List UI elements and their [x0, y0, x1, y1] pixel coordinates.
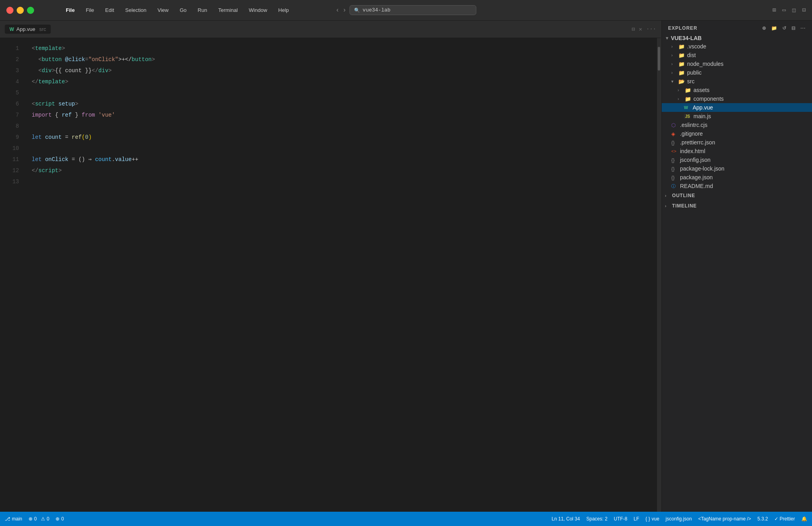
scrollbar[interactable]: [657, 38, 661, 512]
tree-item-index-html[interactable]: <> index.html: [662, 147, 812, 155]
main-layout: W App.vue src ⊟ ✕ ··· 1 2 3 4 5 6 7 8 9: [0, 21, 812, 512]
split-editor-icon[interactable]: ⊟: [632, 26, 635, 33]
editor-tab-app-vue[interactable]: W App.vue src: [5, 25, 51, 34]
status-spaces[interactable]: Spaces: 2: [586, 516, 607, 522]
tree-item-node-modules[interactable]: › 📁 node_modules: [662, 60, 812, 68]
outline-chevron-icon: ›: [665, 193, 671, 198]
tree-item-public[interactable]: › 📁 public: [662, 68, 812, 77]
tree-item-components[interactable]: › 📁 components: [662, 94, 812, 103]
minimize-button[interactable]: [17, 7, 24, 14]
more-actions-icon[interactable]: ···: [646, 26, 656, 33]
timeline-chevron-icon: ›: [665, 203, 671, 208]
status-schema[interactable]: jsconfig.json: [666, 516, 692, 522]
menu-run[interactable]: Run: [198, 7, 207, 13]
outline-section-header[interactable]: › OUTLINE: [662, 190, 812, 201]
broadcast-icon: ⊕: [56, 516, 59, 522]
folder-icon: 📁: [685, 87, 691, 93]
version-label: 5.3.2: [757, 516, 768, 522]
status-language[interactable]: { } vue: [645, 516, 659, 522]
tree-root[interactable]: ▼ VUE34-LAB: [662, 34, 812, 42]
menu-go[interactable]: Go: [180, 7, 186, 13]
status-eol[interactable]: LF: [634, 516, 639, 522]
menu-view[interactable]: View: [157, 7, 169, 13]
collapse-icon[interactable]: ⊟: [791, 25, 796, 31]
titlebar: File File Edit Selection View Go Run Ter…: [0, 0, 812, 21]
new-folder-icon[interactable]: 📁: [771, 25, 778, 31]
forward-button[interactable]: ›: [343, 7, 347, 14]
menu-terminal[interactable]: Terminal: [218, 7, 237, 13]
tree-item-gitignore[interactable]: ◈ .gitignore: [662, 129, 812, 138]
status-right: Ln 11, Col 34 Spaces: 2 UTF-8 LF { } vue…: [552, 516, 807, 522]
tree-item-prettierrc[interactable]: {} .prettierrc.json: [662, 138, 812, 147]
tree-item-package-json[interactable]: {} package.json: [662, 173, 812, 182]
tree-item-jsconfig[interactable]: {} jsconfig.json: [662, 155, 812, 164]
language-name: vue: [651, 516, 659, 522]
status-encoding[interactable]: UTF-8: [614, 516, 627, 522]
close-button[interactable]: [6, 7, 13, 14]
scrollbar-thumb[interactable]: [658, 47, 660, 71]
explorer-actions: ⊕ 📁 ↺ ⊟ ···: [762, 25, 806, 31]
titlebar-center: ‹ › 🔍 vue34-lab: [335, 5, 476, 15]
tree-item-src[interactable]: ▾ 📂 src: [662, 77, 812, 86]
status-tag[interactable]: <TagName prop-name />: [698, 516, 751, 522]
spaces-label: Spaces: 2: [586, 516, 607, 522]
code-line-6: <script setup>: [25, 98, 657, 109]
prettier-label: ✓ Prettier: [774, 516, 795, 522]
folder-open-icon: 📂: [678, 79, 685, 84]
menu-help[interactable]: Help: [278, 7, 289, 13]
tree-label-package-json: package.json: [680, 174, 713, 180]
menu-window[interactable]: Window: [249, 7, 267, 13]
tree-item-eslintrc[interactable]: ⬡ .eslintrc.cjs: [662, 121, 812, 129]
status-position[interactable]: Ln 11, Col 34: [552, 516, 580, 522]
timeline-section-header[interactable]: › TIMELINE: [662, 201, 812, 211]
close-tab-icon[interactable]: ✕: [639, 26, 642, 33]
tab-path: src: [39, 26, 46, 32]
tree-item-vscode[interactable]: › 📁 .vscode: [662, 42, 812, 51]
layout-icon-3[interactable]: ◫: [792, 6, 796, 14]
json-icon: {}: [671, 175, 678, 180]
status-version[interactable]: 5.3.2: [757, 516, 768, 522]
tree-item-assets[interactable]: › 📁 assets: [662, 86, 812, 94]
menu-bar: File File Edit Selection View Go Run Ter…: [66, 7, 289, 13]
menu-selection[interactable]: Selection: [125, 7, 146, 13]
tree-item-main-js[interactable]: JS main.js: [662, 112, 812, 121]
tree-item-readme[interactable]: ⓘ README.md: [662, 182, 812, 190]
status-prettier[interactable]: ✓ Prettier: [774, 516, 795, 522]
refresh-icon[interactable]: ↺: [782, 25, 787, 31]
warning-count: 0: [47, 516, 50, 522]
back-button[interactable]: ‹: [335, 7, 339, 14]
tree-label-assets: assets: [693, 87, 709, 93]
tree-label-vscode: .vscode: [687, 43, 706, 50]
tree-item-dist[interactable]: › 📁 dist: [662, 51, 812, 60]
status-remote[interactable]: ⊕ 0: [56, 516, 64, 522]
menu-file[interactable]: File: [86, 7, 94, 13]
maximize-button[interactable]: [27, 7, 34, 14]
tree-item-package-lock[interactable]: {} package-lock.json: [662, 164, 812, 173]
menu-edit[interactable]: Edit: [105, 7, 114, 13]
status-errors[interactable]: ⊗ 0 ⚠ 0: [29, 516, 49, 522]
traffic-lights: [6, 7, 34, 14]
folder-closed-chevron-icon: ›: [671, 53, 678, 58]
tree-label-dist: dist: [687, 52, 696, 58]
bell-icon: 🔔: [801, 516, 807, 522]
settings-icon[interactable]: ⊟: [802, 6, 806, 14]
folder-closed-chevron-icon: ›: [671, 61, 678, 66]
layout-icon-2[interactable]: ▭: [782, 6, 786, 14]
status-left: ⎇ main ⊗ 0 ⚠ 0 ⊕ 0: [5, 516, 64, 522]
root-label: VUE34-LAB: [671, 35, 702, 41]
outline-label: OUTLINE: [672, 193, 695, 198]
status-bell[interactable]: 🔔: [801, 516, 807, 522]
remote-count: 0: [61, 516, 64, 522]
json-icon: {}: [671, 157, 678, 163]
layout-icon-1[interactable]: ⊞: [772, 6, 776, 14]
code-area: 1 2 3 4 5 6 7 8 9 10 11 12 13 <template>…: [0, 38, 661, 512]
status-git-branch[interactable]: ⎇ main: [5, 516, 22, 522]
menu-code[interactable]: File: [66, 7, 75, 13]
tree-label-node-modules: node_modules: [687, 61, 724, 67]
more-icon[interactable]: ···: [801, 25, 806, 31]
code-content[interactable]: <template> <button @click="onClick">+</b…: [25, 38, 657, 512]
search-bar[interactable]: 🔍 vue34-lab: [350, 5, 477, 15]
error-icon: ⊗: [29, 516, 33, 522]
new-file-icon[interactable]: ⊕: [762, 25, 766, 31]
tree-item-app-vue[interactable]: W App.vue: [662, 103, 812, 112]
